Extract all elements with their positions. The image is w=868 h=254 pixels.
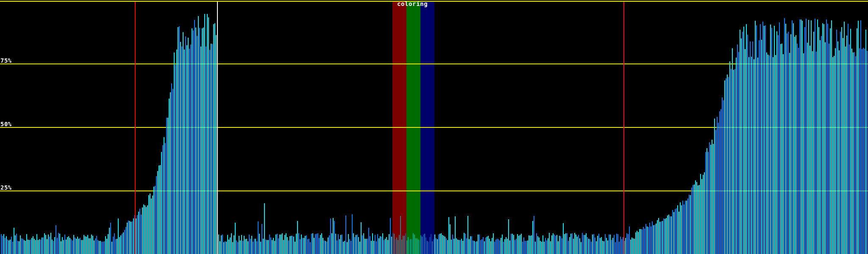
- coloring-band-label: coloring: [397, 1, 428, 7]
- y-axis-label-75: 75%: [0, 58, 12, 64]
- histogram-canvas: [0, 0, 868, 254]
- histogram-panel: 75% 50% 25% coloring: [0, 0, 868, 254]
- y-axis-label-25: 25%: [0, 185, 12, 190]
- y-axis-label-50: 50%: [0, 121, 12, 127]
